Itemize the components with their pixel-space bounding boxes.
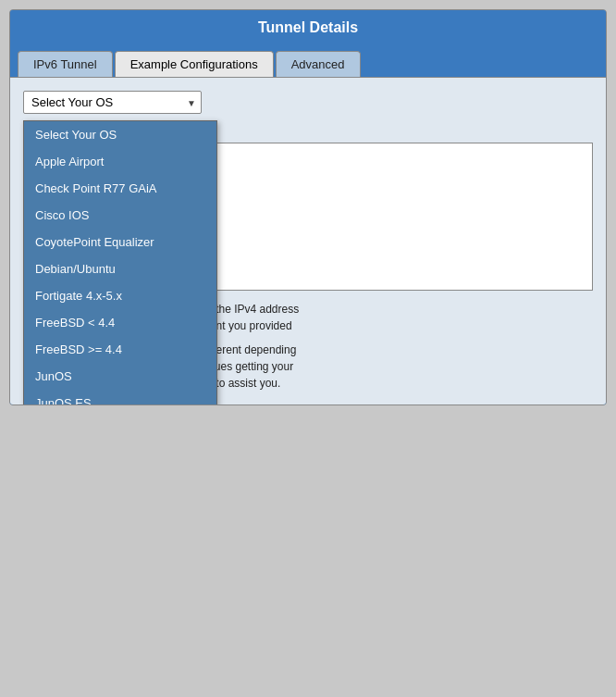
dropdown-item-checkpoint[interactable]: Check Point R77 GAiA xyxy=(24,175,216,202)
panel-header: Tunnel Details xyxy=(10,10,606,45)
dropdown-item-junos[interactable]: JunOS xyxy=(24,363,216,390)
tab-ipv6-tunnel[interactable]: IPv6 Tunnel xyxy=(18,51,113,77)
dropdown-item-junos-es[interactable]: JunOS ES xyxy=(24,390,216,405)
dropdown-item-fortigate[interactable]: Fortigate 4.x-5.x xyxy=(24,282,216,309)
dropdown-item-select-os[interactable]: Select Your OS xyxy=(24,121,216,148)
dropdown-item-freebsd-gte[interactable]: FreeBSD >= 4.4 xyxy=(24,336,216,363)
panel-title: Tunnel Details xyxy=(258,19,358,35)
panel-body: Select Your OSApple AirportCheck Point R… xyxy=(10,78,606,405)
dropdown-item-freebsd-lt[interactable]: FreeBSD < 4.4 xyxy=(24,309,216,336)
main-panel: Tunnel Details IPv6 Tunnel Example Confi… xyxy=(9,9,607,405)
dropdown-item-apple-airport[interactable]: Apple Airport xyxy=(24,148,216,175)
dropdown-item-debian[interactable]: Debian/Ubuntu xyxy=(24,255,216,282)
dropdown-item-cisco-ios[interactable]: Cisco IOS xyxy=(24,202,216,229)
dropdown-item-coyotepoint[interactable]: CoyotePoint Equalizer xyxy=(24,229,216,255)
os-select[interactable]: Select Your OSApple AirportCheck Point R… xyxy=(23,91,202,114)
tab-advanced[interactable]: Advanced xyxy=(276,51,361,77)
os-select-wrapper: Select Your OSApple AirportCheck Point R… xyxy=(23,91,202,114)
outer-container: Tunnel Details IPv6 Tunnel Example Confi… xyxy=(0,0,616,697)
tab-bar: IPv6 Tunnel Example Configurations Advan… xyxy=(10,45,606,78)
os-dropdown-list[interactable]: Select Your OS Apple Airport Check Point… xyxy=(23,120,217,405)
tab-example-configurations[interactable]: Example Configurations xyxy=(115,51,274,77)
